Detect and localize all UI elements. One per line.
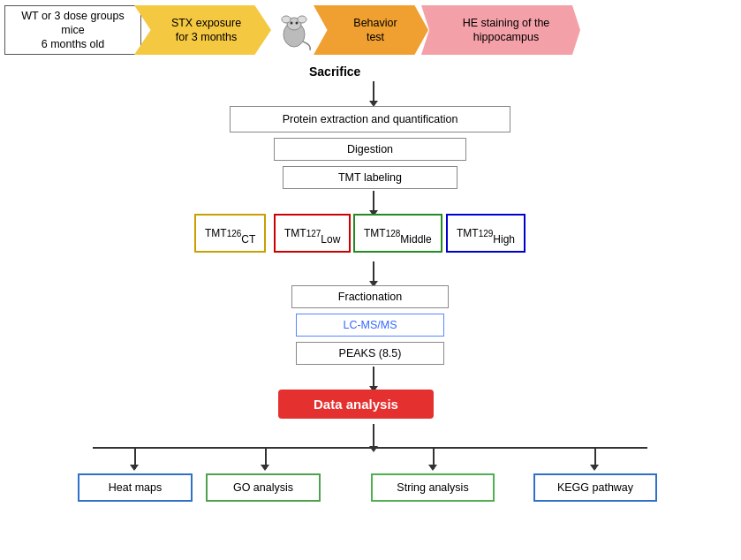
data-analysis-box: Data analysis — [278, 390, 434, 419]
banner-step-4-label: HE staining of the hippocampus — [463, 16, 550, 45]
top-banner: WT or 3 dose groups mice 6 months old ST… — [0, 0, 741, 60]
arrow-go — [261, 465, 269, 471]
arrow-fractionation — [369, 261, 378, 287]
arrow-kegg — [590, 465, 599, 471]
tmt-128-box: TMT128Middle — [353, 214, 442, 253]
kegg-pathway-box: KEGG pathway — [533, 473, 657, 502]
banner-step-2: STX exposure for 3 months — [134, 5, 271, 55]
arrow-data — [369, 367, 378, 392]
tmt-126-box: TMT126CT — [194, 214, 266, 253]
digestion-box: Digestion — [274, 138, 466, 161]
banner-step-1-label: WT or 3 dose groups mice 6 months old — [14, 9, 132, 52]
lcms-box: LC-MS/MS — [296, 314, 444, 337]
arrow-string — [428, 465, 437, 471]
bottom-h-line — [93, 447, 647, 449]
peaks-box: PEAKS (8.5) — [296, 342, 444, 365]
banner-step-2-label: STX exposure for 3 months — [171, 16, 241, 45]
svg-point-4 — [291, 22, 293, 25]
string-analysis-box: String analysis — [371, 473, 495, 502]
tmt-129-box: TMT129High — [446, 214, 526, 253]
svg-point-5 — [296, 22, 299, 25]
heatmaps-box: Heat maps — [78, 473, 193, 502]
tmt-127-box: TMT127Low — [274, 214, 351, 253]
fractionation-box: Fractionation — [291, 285, 449, 308]
arrow-tmt — [369, 191, 378, 216]
arrow-heatmaps — [130, 465, 139, 471]
sacrifice-label: Sacrifice — [309, 64, 360, 79]
flowchart: Sacrifice Protein extraction and quantif… — [0, 60, 741, 560]
go-analysis-box: GO analysis — [206, 473, 321, 502]
banner-step-4: HE staining of the hippocampus — [421, 5, 580, 55]
svg-point-3 — [298, 16, 306, 23]
banner-step-1: WT or 3 dose groups mice 6 months old — [4, 5, 141, 55]
mouse-icon — [268, 8, 321, 52]
arrow-sacrifice — [369, 81, 378, 107]
tmt-labeling-box: TMT labeling — [283, 166, 457, 189]
banner-step-3-label: Behavior test — [353, 16, 397, 45]
svg-point-2 — [282, 16, 291, 23]
banner-step-3: Behavior test — [314, 5, 428, 55]
protein-extraction-box: Protein extraction and quantification — [230, 106, 510, 132]
